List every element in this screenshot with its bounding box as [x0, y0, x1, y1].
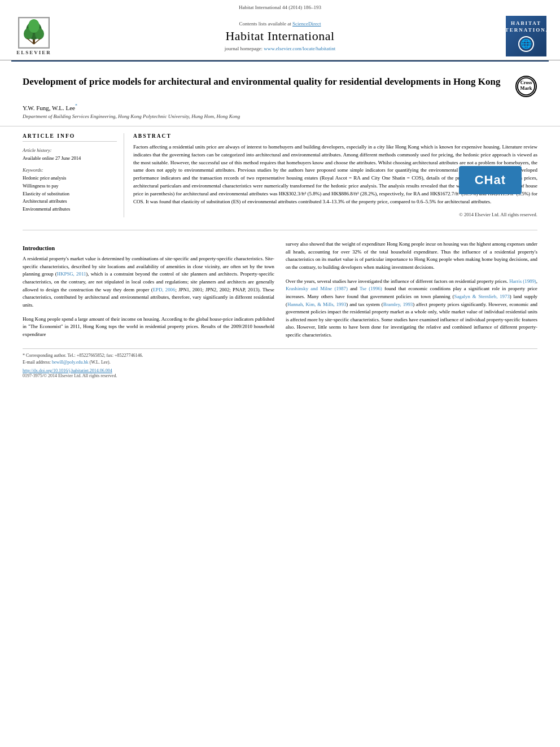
- journal-center: Contents lists available at ScienceDirec…: [56, 21, 504, 51]
- contents-bar: Contents lists available at ScienceDirec…: [56, 21, 504, 27]
- keyword-2: Willingness to pay: [23, 182, 117, 190]
- body-content: Introduction A residential property's ma…: [0, 236, 560, 344]
- sagalyn-link[interactable]: Sagalyn & Sternlieb, 1973: [454, 294, 510, 299]
- page-footer: * Corresponding author. Tel.: +852276658…: [23, 348, 537, 378]
- keywords-label: Keywords:: [23, 167, 117, 173]
- intro-para-1: A residential property's market value is…: [23, 255, 274, 309]
- chat-button[interactable]: CHat: [459, 166, 522, 194]
- elsevier-tree-icon: [18, 17, 50, 49]
- elsevier-logo: ELSEVIER: [11, 17, 56, 55]
- journal-title: Habitat International: [56, 29, 504, 43]
- footer-doi: http://dx.doi.org/10.1016/j.habitatint.2…: [23, 368, 537, 373]
- svg-text:Mark: Mark: [520, 85, 532, 91]
- copyright-line: © 2014 Elsevier Ltd. All rights reserved…: [133, 212, 537, 217]
- intro-para-2: Hong Kong people spend a large amount of…: [23, 316, 274, 339]
- footer-issn: 0197-3975/© 2014 Elsevier Ltd. All right…: [23, 373, 537, 378]
- habitat-logo-text: HABITAT INTERNATIONAL: [497, 20, 555, 33]
- article-info: ARTICLE INFO Article history: Available …: [23, 133, 124, 218]
- header-inner: ELSEVIER Contents lists available at Sci…: [11, 12, 549, 60]
- journal-header: Habitat International 44 (2014) 186–193: [0, 0, 560, 60]
- available-online: Available online 27 June 2014: [23, 155, 117, 162]
- keywords-list: Hedonic price analysis Willingness to pa…: [23, 174, 117, 213]
- citation-text: Habitat International 44 (2014) 186–193: [239, 5, 321, 10]
- hkpsg-link[interactable]: HKPSG, 2011: [57, 271, 86, 277]
- krashinsky-link[interactable]: Krashinsky and Milne (1987): [286, 286, 348, 291]
- contents-prefix: Contents lists available at: [239, 21, 292, 27]
- svg-text:Cross: Cross: [520, 80, 532, 85]
- footer-email-link[interactable]: bewill@poly.edu.hk: [52, 360, 89, 365]
- article-title-row: Development of price models for architec…: [23, 75, 537, 98]
- hannah-link[interactable]: Hannah, Kim, & Mills, 1993: [287, 302, 346, 307]
- introduction-heading: Introduction: [23, 245, 274, 251]
- author-sup: *: [75, 103, 77, 108]
- sciencedirect-link[interactable]: ScienceDirect: [292, 21, 321, 27]
- footer-doi-link[interactable]: http://dx.doi.org/10.1016/j.habitatint.2…: [23, 368, 112, 373]
- affiliation: Department of Building Services Engineer…: [23, 113, 537, 119]
- journal-homepage: journal homepage: www.elsevier.com/locat…: [56, 46, 504, 51]
- article-header: Development of price models for architec…: [0, 62, 560, 126]
- harris-link[interactable]: Harris (1989): [509, 278, 536, 284]
- crossmark-badge: Cross Mark: [515, 75, 537, 98]
- footer-corresponding: * Corresponding author. Tel.: +852276658…: [23, 352, 537, 359]
- keyword-1: Hedonic price analysis: [23, 174, 117, 182]
- article-history-label: Article history:: [23, 147, 117, 153]
- svg-point-5: [28, 19, 40, 33]
- bramley-link[interactable]: Bramley, 1993: [383, 302, 413, 307]
- elsevier-label: ELSEVIER: [16, 50, 51, 55]
- keyword-4: Architectural attributes: [23, 198, 117, 206]
- article-title: Development of price models for architec…: [23, 75, 515, 89]
- epd-link[interactable]: EPD, 2006: [153, 287, 176, 292]
- habitat-logo: HABITAT INTERNATIONAL 🌐: [504, 16, 549, 56]
- tse-link[interactable]: Tse (1996): [360, 286, 382, 291]
- section-divider: [23, 230, 537, 230]
- abstract-title: ABSTRACT: [133, 133, 537, 139]
- crossmark-circle: Cross Mark: [515, 76, 537, 97]
- authors: Y.W. Fung, W.L. Lee*: [23, 103, 537, 111]
- footer-email-name: (W.L. Lee).: [90, 360, 111, 365]
- homepage-url[interactable]: www.elsevier.com/locate/habitatint: [264, 46, 335, 51]
- body-col-left: Introduction A residential property's ma…: [23, 241, 274, 339]
- body-col-right: survey also showed that the weight of ex…: [286, 241, 537, 339]
- footer-email: E-mail address: bewill@poly.edu.hk (W.L.…: [23, 359, 537, 366]
- intro-para-4: Over the years, several studies have inv…: [286, 278, 537, 339]
- journal-top-bar: Habitat International 44 (2014) 186–193: [11, 5, 549, 12]
- keyword-5: Environmental attributes: [23, 206, 117, 213]
- keyword-3: Elasticity of substitution: [23, 190, 117, 198]
- intro-para-3: survey also showed that the weight of ex…: [286, 241, 537, 272]
- article-info-title: ARTICLE INFO: [23, 133, 117, 142]
- homepage-prefix: journal homepage:: [225, 46, 264, 51]
- author-names: Y.W. Fung, W.L. Lee*: [23, 104, 77, 111]
- globe-icon: 🌐: [518, 36, 534, 52]
- habitat-logo-box: HABITAT INTERNATIONAL 🌐: [506, 16, 546, 56]
